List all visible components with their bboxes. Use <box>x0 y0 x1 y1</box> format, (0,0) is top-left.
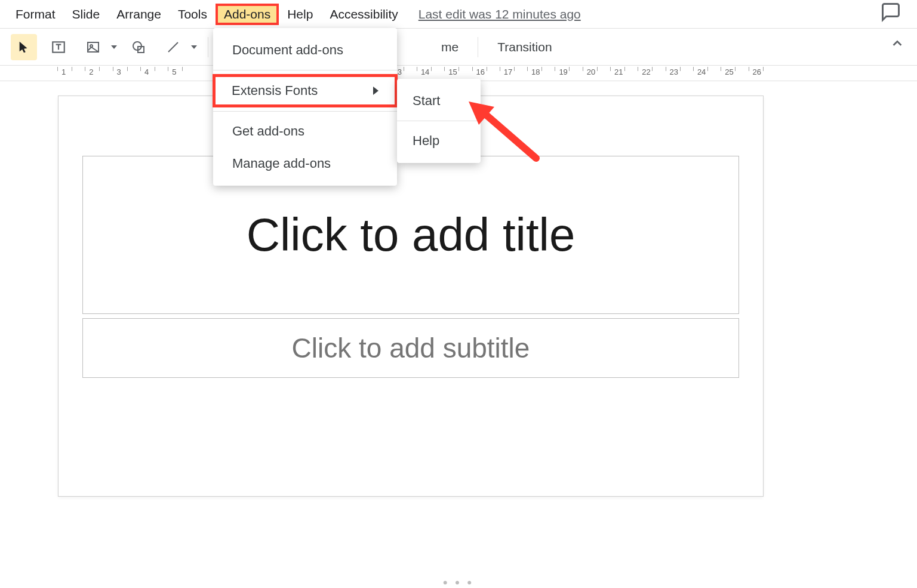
ruler-number: 26 <box>753 67 761 76</box>
svg-line-5 <box>168 42 178 52</box>
ruler-number: 20 <box>587 67 595 76</box>
ruler-number: 21 <box>614 67 623 76</box>
ruler-number: 4 <box>144 67 149 76</box>
dropdown-separator <box>213 70 397 70</box>
menu-format[interactable]: Format <box>7 4 64 25</box>
ruler-number: 22 <box>642 67 650 76</box>
select-tool[interactable] <box>11 34 37 60</box>
comment-icon[interactable] <box>880 1 901 26</box>
menu-get-addons[interactable]: Get add-ons <box>213 115 397 147</box>
ruler-number: 24 <box>697 67 706 76</box>
toolbar-separator-2 <box>478 37 478 57</box>
ruler-number: 19 <box>559 67 567 76</box>
menu-slide[interactable]: Slide <box>64 4 109 25</box>
ruler-number: 18 <box>531 67 540 76</box>
menu-arrange[interactable]: Arrange <box>108 4 170 25</box>
dropdown-separator-2 <box>213 111 397 112</box>
ruler-number: 15 <box>448 67 457 76</box>
submenu-help[interactable]: Help <box>397 125 481 157</box>
menu-accessibility[interactable]: Accessibility <box>321 4 406 25</box>
ruler-number: 2 <box>89 67 93 76</box>
submenu-start-label: Start <box>413 93 440 109</box>
menu-help[interactable]: Help <box>279 4 321 25</box>
subtitle-placeholder[interactable]: Click to add subtitle <box>82 318 739 378</box>
ruler-number: 25 <box>725 67 733 76</box>
line-dropdown-icon[interactable] <box>191 45 197 49</box>
toolbar: me Transition <box>0 29 917 66</box>
ruler-number: 17 <box>504 67 512 76</box>
menubar: Format Slide Arrange Tools Add-ons Help … <box>0 0 917 29</box>
menu-manage-addons[interactable]: Manage add-ons <box>213 147 397 180</box>
menu-get-addons-label: Get add-ons <box>232 124 304 139</box>
ruler-number: 23 <box>670 67 678 76</box>
toolbar-separator <box>208 37 208 57</box>
menu-tools[interactable]: Tools <box>170 4 216 25</box>
text-box-tool[interactable] <box>45 34 72 60</box>
ruler-number: 1 <box>61 67 66 76</box>
theme-button-fragment[interactable]: me <box>433 40 467 54</box>
menu-document-addons[interactable]: Document add-ons <box>213 34 397 66</box>
addons-dropdown: Document add-ons Extensis Fonts Get add-… <box>213 28 397 186</box>
last-edit-link[interactable]: Last edit was 12 minutes ago <box>419 7 581 21</box>
collapse-toolbar-icon[interactable] <box>891 37 904 53</box>
menu-extensis-fonts-label: Extensis Fonts <box>232 83 318 98</box>
extensis-submenu: Start Help <box>397 79 481 163</box>
menu-extensis-fonts[interactable]: Extensis Fonts <box>213 74 398 107</box>
submenu-help-label: Help <box>413 133 439 149</box>
line-tool[interactable] <box>160 34 186 60</box>
submenu-start[interactable]: Start <box>397 85 481 117</box>
menu-document-addons-label: Document add-ons <box>232 42 343 58</box>
ruler-number: 16 <box>476 67 485 76</box>
submenu-separator <box>397 121 481 121</box>
ruler-number: 14 <box>421 67 429 76</box>
ruler-number: 3 <box>117 67 121 76</box>
transition-button[interactable]: Transition <box>489 40 560 54</box>
bottom-grip-icon[interactable]: ● ● ● <box>442 577 474 587</box>
menu-add-ons[interactable]: Add-ons <box>216 4 279 25</box>
submenu-caret-icon <box>373 87 379 95</box>
shape-tool[interactable] <box>125 34 152 60</box>
subtitle-placeholder-text: Click to add subtitle <box>292 332 530 364</box>
ruler-number: 5 <box>172 67 176 76</box>
image-dropdown-icon[interactable] <box>111 45 117 49</box>
title-placeholder[interactable]: Click to add title <box>82 156 739 314</box>
image-tool[interactable] <box>80 34 106 60</box>
title-placeholder-text: Click to add title <box>247 208 576 262</box>
menu-manage-addons-label: Manage add-ons <box>232 156 331 171</box>
